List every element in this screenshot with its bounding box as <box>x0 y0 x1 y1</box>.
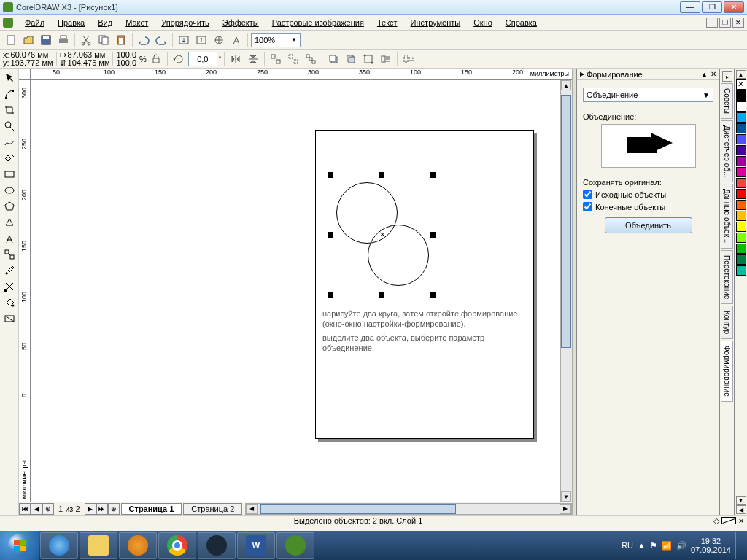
tab-hints[interactable]: Советы <box>721 83 733 119</box>
group-button[interactable] <box>285 51 301 67</box>
lang-indicator[interactable]: RU <box>622 541 633 550</box>
swatch-11[interactable] <box>736 211 746 221</box>
page-tab-1[interactable]: Страница 1 <box>121 503 182 515</box>
vertical-ruler[interactable]: 300 250 200 150 100 50 0 миллиметры <box>19 80 31 502</box>
docker-collapse-button[interactable]: ▲ <box>701 71 708 78</box>
menu-app-icon[interactable] <box>3 18 13 28</box>
basic-shapes-tool[interactable] <box>1 214 18 230</box>
tray-show-hidden[interactable]: ▲ <box>638 541 646 550</box>
scroll-down-button[interactable]: ▼ <box>561 491 571 502</box>
scroll-left-button[interactable]: ◀ <box>246 504 258 514</box>
sel-handle-br[interactable] <box>430 292 436 298</box>
swatch-8[interactable] <box>736 178 746 188</box>
palette-up-button[interactable]: ▲ <box>736 70 746 79</box>
tab-object-manager[interactable]: Диспетчер об... <box>721 120 733 182</box>
x-coord[interactable]: 60.076 мм <box>11 51 49 59</box>
add-page-after-button[interactable]: ⊕ <box>108 503 120 515</box>
tab-contour[interactable]: Контур <box>721 306 733 339</box>
task-ie[interactable] <box>40 532 78 559</box>
scroll-thumb-h[interactable] <box>260 504 455 514</box>
shape-tool[interactable] <box>1 86 18 102</box>
polygon-tool[interactable] <box>1 198 18 214</box>
menu-file[interactable]: Файл <box>19 17 50 28</box>
docker-close-button[interactable]: ✕ <box>711 70 716 78</box>
blend-tool[interactable] <box>1 246 18 262</box>
tray-clock[interactable]: 19:32 07.09.2014 <box>691 537 731 554</box>
import-button[interactable] <box>176 32 192 48</box>
mdi-restore[interactable]: ❐ <box>719 18 731 28</box>
swatch-15[interactable] <box>736 254 746 265</box>
horizontal-scrollbar[interactable]: ◀ ▶ <box>245 503 572 515</box>
height-input[interactable]: 104.475 мм <box>68 59 110 67</box>
sel-handle-bc[interactable] <box>379 292 384 298</box>
lock-ratio-button[interactable] <box>148 51 164 67</box>
pick-tool[interactable] <box>1 70 18 86</box>
sel-handle-tl[interactable] <box>328 172 333 178</box>
source-objects-checkbox[interactable]: Исходные объекты <box>583 190 713 199</box>
app-launcher-button[interactable] <box>211 32 227 48</box>
menu-arrange[interactable]: Упорядочить <box>155 17 214 28</box>
convert-curves-button[interactable] <box>360 51 376 67</box>
swatch-none[interactable] <box>736 79 746 90</box>
ungroup-button[interactable] <box>268 51 284 67</box>
prev-page-button[interactable]: ◀ <box>31 503 42 515</box>
rectangle-tool[interactable] <box>1 166 18 182</box>
save-button[interactable] <box>38 32 54 48</box>
vertical-scrollbar[interactable]: ▲ ▼ <box>560 80 572 502</box>
cut-button[interactable] <box>78 32 94 48</box>
tray-network-icon[interactable]: 📶 <box>662 541 672 551</box>
close-button[interactable]: ✕ <box>724 1 744 13</box>
mirror-v-button[interactable] <box>245 51 261 67</box>
first-page-button[interactable]: ⏮ <box>19 503 31 515</box>
scroll-up-button[interactable]: ▲ <box>561 80 571 90</box>
menu-window[interactable]: Окно <box>468 17 498 28</box>
sel-handle-tr[interactable] <box>430 172 436 178</box>
horizontal-ruler[interactable]: 50 100 150 200 250 300 350 100 150 200 м… <box>31 69 572 80</box>
menu-edit[interactable]: Правка <box>52 17 90 28</box>
sel-center[interactable]: ✕ <box>379 230 385 238</box>
palette-down-button[interactable]: ▼ <box>736 496 746 505</box>
copy-button[interactable] <box>96 32 112 48</box>
sel-handle-bl[interactable] <box>328 292 333 298</box>
mirror-h-button[interactable] <box>228 51 244 67</box>
task-explorer[interactable] <box>80 532 117 559</box>
sel-handle-tc[interactable] <box>379 172 384 178</box>
sel-handle-mr[interactable] <box>430 232 436 238</box>
menu-layout[interactable]: Макет <box>120 17 154 28</box>
task-word[interactable]: W <box>237 532 275 559</box>
minimize-button[interactable]: — <box>680 1 700 13</box>
zoom-tool[interactable] <box>1 118 18 134</box>
fill-tool[interactable] <box>1 295 18 311</box>
tray-volume-icon[interactable]: 🔊 <box>676 541 686 551</box>
circle-2[interactable] <box>368 225 429 286</box>
mdi-minimize[interactable]: — <box>706 18 718 28</box>
tab-shaping[interactable]: Формирование <box>721 341 733 402</box>
scroll-thumb-v[interactable] <box>561 95 571 348</box>
tab-blend[interactable]: Перетекание <box>721 250 733 304</box>
swatch-5[interactable] <box>736 145 746 155</box>
fill-indicator[interactable] <box>721 517 736 524</box>
interactive-fill-tool[interactable] <box>1 311 18 327</box>
operation-select[interactable]: Объединение▼ <box>583 88 713 102</box>
export-button[interactable] <box>193 32 209 48</box>
menu-help[interactable]: Справка <box>500 17 543 28</box>
zoom-select[interactable]: 100%▼ <box>251 33 301 47</box>
scroll-right-button[interactable]: ▶ <box>560 504 571 514</box>
menu-text[interactable]: Текст <box>371 17 403 28</box>
paste-button[interactable] <box>113 32 129 48</box>
align-button[interactable] <box>400 51 417 67</box>
outline-tool[interactable] <box>1 279 18 295</box>
swatch-0[interactable] <box>736 90 746 101</box>
swatch-7[interactable] <box>736 167 746 177</box>
to-front-button[interactable] <box>325 51 341 67</box>
fill-icon[interactable]: ◇ <box>713 516 719 526</box>
task-media[interactable] <box>119 532 157 559</box>
wrap-text-button[interactable] <box>378 51 394 67</box>
maximize-button[interactable]: ❐ <box>702 1 722 13</box>
ruler-origin[interactable] <box>19 69 31 80</box>
welcome-button[interactable] <box>228 32 244 48</box>
next-page-button[interactable]: ▶ <box>85 503 96 515</box>
start-button[interactable] <box>0 531 39 560</box>
palette-flyout-button[interactable]: ◀ <box>736 505 746 514</box>
show-desktop-button[interactable] <box>735 532 741 559</box>
